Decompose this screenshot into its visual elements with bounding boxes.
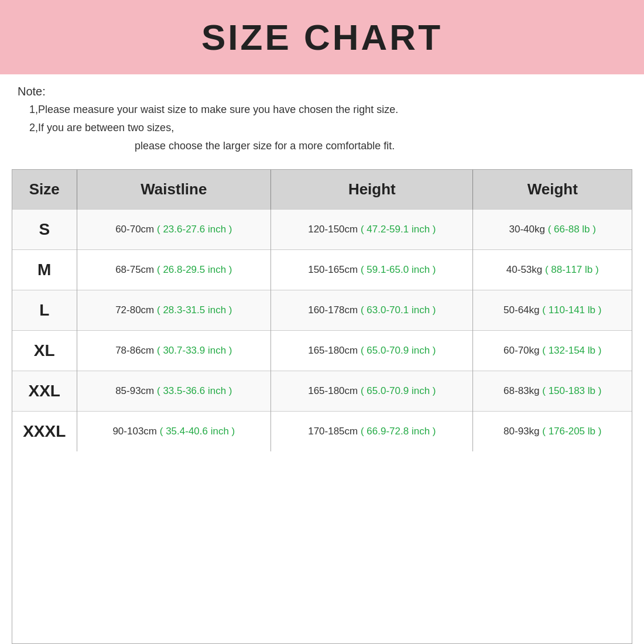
weight-cell: 40-53kg ( 88-117 lb ) bbox=[473, 250, 632, 290]
size-cell: M bbox=[12, 250, 77, 290]
col-header-weight: Weight bbox=[473, 170, 632, 210]
col-header-height: Height bbox=[271, 170, 473, 210]
size-cell: L bbox=[12, 290, 77, 331]
waistline-cell: 78-86cm ( 30.7-33.9 inch ) bbox=[77, 331, 271, 371]
note-item-2b: please choose the larger size for a more… bbox=[135, 138, 626, 154]
waistline-cell: 85-93cm ( 33.5-36.6 inch ) bbox=[77, 371, 271, 412]
note-item-1: 1,Please measure your waist size to make… bbox=[29, 102, 626, 118]
weight-cell: 60-70kg ( 132-154 lb ) bbox=[473, 331, 632, 371]
size-chart-table-container: Size Waistline Height Weight S60-70cm ( … bbox=[12, 169, 632, 644]
size-chart-table: Size Waistline Height Weight S60-70cm ( … bbox=[12, 170, 632, 451]
page-title: SIZE CHART bbox=[12, 16, 632, 58]
waistline-cell: 72-80cm ( 28.3-31.5 inch ) bbox=[77, 290, 271, 331]
table-row: M68-75cm ( 26.8-29.5 inch )150-165cm ( 5… bbox=[12, 250, 632, 290]
waistline-cell: 90-103cm ( 35.4-40.6 inch ) bbox=[77, 412, 271, 452]
weight-cell: 80-93kg ( 176-205 lb ) bbox=[473, 412, 632, 452]
note-label: Note: bbox=[18, 85, 626, 98]
table-row: S60-70cm ( 23.6-27.6 inch )120-150cm ( 4… bbox=[12, 210, 632, 250]
size-cell: XXL bbox=[12, 371, 77, 412]
weight-cell: 50-64kg ( 110-141 lb ) bbox=[473, 290, 632, 331]
height-cell: 150-165cm ( 59.1-65.0 inch ) bbox=[271, 250, 473, 290]
table-row: XXL85-93cm ( 33.5-36.6 inch )165-180cm (… bbox=[12, 371, 632, 412]
col-header-size: Size bbox=[12, 170, 77, 210]
col-header-waistline: Waistline bbox=[77, 170, 271, 210]
size-cell: XL bbox=[12, 331, 77, 371]
waistline-cell: 60-70cm ( 23.6-27.6 inch ) bbox=[77, 210, 271, 250]
weight-cell: 68-83kg ( 150-183 lb ) bbox=[473, 371, 632, 412]
height-cell: 160-178cm ( 63.0-70.1 inch ) bbox=[271, 290, 473, 331]
table-row: L72-80cm ( 28.3-31.5 inch )160-178cm ( 6… bbox=[12, 290, 632, 331]
height-cell: 170-185cm ( 66.9-72.8 inch ) bbox=[271, 412, 473, 452]
waistline-cell: 68-75cm ( 26.8-29.5 inch ) bbox=[77, 250, 271, 290]
notes-section: Note: 1,Please measure your waist size t… bbox=[0, 74, 644, 160]
table-row: XXXL90-103cm ( 35.4-40.6 inch )170-185cm… bbox=[12, 412, 632, 452]
height-cell: 165-180cm ( 65.0-70.9 inch ) bbox=[271, 331, 473, 371]
page-wrapper: SIZE CHART Note: 1,Please measure your w… bbox=[0, 0, 644, 644]
note-item-2: 2,If you are between two sizes, bbox=[29, 120, 626, 136]
size-cell: XXXL bbox=[12, 412, 77, 452]
weight-cell: 30-40kg ( 66-88 lb ) bbox=[473, 210, 632, 250]
table-header-row: Size Waistline Height Weight bbox=[12, 170, 632, 210]
height-cell: 120-150cm ( 47.2-59.1 inch ) bbox=[271, 210, 473, 250]
table-row: XL78-86cm ( 30.7-33.9 inch )165-180cm ( … bbox=[12, 331, 632, 371]
size-cell: S bbox=[12, 210, 77, 250]
header-banner: SIZE CHART bbox=[0, 0, 644, 74]
height-cell: 165-180cm ( 65.0-70.9 inch ) bbox=[271, 371, 473, 412]
